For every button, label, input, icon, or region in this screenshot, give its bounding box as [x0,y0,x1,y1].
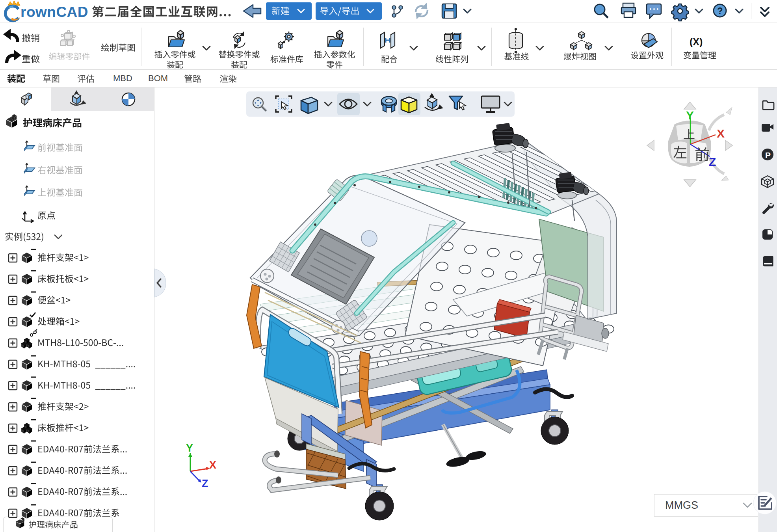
svg-text:Z: Z [202,478,208,489]
svg-text:X: X [209,459,216,471]
svg-text:Z: Z [709,155,716,168]
svg-text:Y: Y [186,442,193,454]
svg-text:X: X [717,127,725,140]
svg-text:Y: Y [686,109,694,122]
